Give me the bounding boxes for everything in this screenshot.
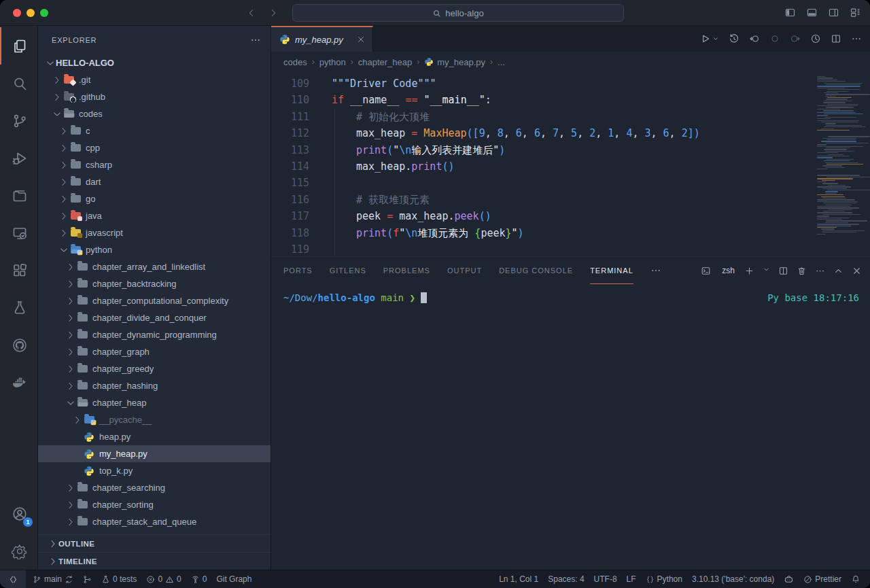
tree-folder-python[interactable]: python <box>38 241 271 258</box>
tree-folder--git[interactable]: .git <box>38 71 271 88</box>
prettier-status[interactable]: Prettier <box>803 574 841 584</box>
close-window-button[interactable] <box>13 9 21 17</box>
panel-tab-terminal[interactable]: TERMINAL <box>590 257 633 284</box>
maximize-panel-icon[interactable] <box>833 266 843 276</box>
close-panel-icon[interactable] <box>852 266 862 276</box>
breadcrumb-item[interactable]: ... <box>498 57 505 67</box>
activity-item-search[interactable] <box>0 65 37 102</box>
tree-folder--pycache-[interactable]: __pycache__ <box>38 411 271 428</box>
notifications[interactable] <box>851 574 860 584</box>
maximize-window-button[interactable] <box>40 9 48 17</box>
ports-status[interactable]: 0 <box>191 574 207 584</box>
close-tab-icon[interactable] <box>356 35 366 44</box>
kill-terminal-icon[interactable] <box>797 266 807 276</box>
breadcrumb-item[interactable]: python <box>319 57 346 67</box>
customize-layout-icon[interactable] <box>850 7 861 18</box>
terminal-output[interactable]: ~/Dow/hello-algo main ❯ Py base 18:17:16 <box>271 284 870 570</box>
tests-status[interactable]: 0 tests <box>101 574 137 584</box>
back-icon[interactable] <box>246 7 257 18</box>
tree-folder-dart[interactable]: dart <box>38 173 271 190</box>
copilot-status[interactable] <box>784 574 794 585</box>
run-python-file-button[interactable] <box>700 33 719 44</box>
indentation[interactable]: Spaces: 4 <box>548 574 584 584</box>
panel-more-icon[interactable] <box>815 266 825 276</box>
timeline-section[interactable]: TIMELINE <box>38 552 271 570</box>
forward-icon[interactable] <box>268 7 279 18</box>
explorer-more-actions-icon[interactable] <box>250 35 261 46</box>
tree-folder-chapter-computational-complexity[interactable]: chapter_computational_complexity <box>38 292 271 309</box>
file-history-icon[interactable] <box>729 33 740 44</box>
activity-item-testing[interactable] <box>0 289 37 326</box>
tab-my-heap[interactable]: my_heap.py <box>271 26 373 52</box>
cursor-position[interactable]: Ln 1, Col 1 <box>499 574 538 584</box>
encoding[interactable]: UTF-8 <box>594 574 617 584</box>
tree-folder-java[interactable]: java <box>38 207 271 224</box>
tree-folder-chapter-array-and-linkedlist[interactable]: chapter_array_and_linkedlist <box>38 258 271 275</box>
tree-folder-c[interactable]: c <box>38 122 271 139</box>
activity-item-extensions[interactable] <box>0 252 37 289</box>
activity-item-explorer[interactable] <box>0 27 37 65</box>
more-actions-icon[interactable] <box>851 33 862 44</box>
tree-file-my-heap-py[interactable]: my_heap.py <box>38 445 271 462</box>
tree-file-top-k-py[interactable]: top_k.py <box>38 462 271 479</box>
split-terminal-icon[interactable] <box>778 266 788 276</box>
breadcrumb-item[interactable]: chapter_heap <box>358 57 413 67</box>
panel-tab-ports[interactable]: PORTS <box>283 257 313 284</box>
tree-folder-chapter-sorting[interactable]: chapter_sorting <box>38 496 271 513</box>
remote-indicator[interactable] <box>0 570 26 588</box>
breadcrumb-item[interactable]: my_heap.py <box>424 57 485 67</box>
panel-tab-output[interactable]: OUTPUT <box>447 257 482 284</box>
panel-tab-debug-console[interactable]: DEBUG CONSOLE <box>499 257 573 284</box>
python-interpreter[interactable]: 3.10.13 ('base': conda) <box>692 574 774 584</box>
branch-status[interactable]: main <box>33 574 73 584</box>
tree-folder-chapter-divide-and-conquer[interactable]: chapter_divide_and_conquer <box>38 309 271 326</box>
tree-folder-chapter-graph[interactable]: chapter_graph <box>38 343 271 360</box>
tree-folder--github[interactable]: .github <box>38 88 271 105</box>
breadcrumb-item[interactable]: codes <box>283 57 307 67</box>
panel-tabs-more-icon[interactable] <box>650 265 661 276</box>
panel-tab-gitlens[interactable]: GITLENS <box>330 257 366 284</box>
panel-tab-problems[interactable]: PROBLEMS <box>383 257 430 284</box>
eol[interactable]: LF <box>627 574 636 584</box>
toggle-sidebar-icon[interactable] <box>784 7 796 18</box>
toggle-panel-icon[interactable] <box>806 7 818 18</box>
tree-folder-chapter-stack-and-queue[interactable]: chapter_stack_and_queue <box>38 513 271 530</box>
tree-folder-chapter-greedy[interactable]: chapter_greedy <box>38 360 271 377</box>
code-editor[interactable]: 109"""Driver Code"""110if __name__ == "_… <box>271 72 870 256</box>
nav-back-commit-icon[interactable] <box>749 33 760 44</box>
tree-folder-cpp[interactable]: cpp <box>38 139 271 156</box>
gitlens-blame-icon[interactable] <box>810 33 821 44</box>
tree-folder-chapter-searching[interactable]: chapter_searching <box>38 479 271 496</box>
activity-item-source-control[interactable] <box>0 102 37 139</box>
activity-item-github[interactable] <box>0 326 37 364</box>
outline-section[interactable]: OUTLINE <box>38 534 271 552</box>
language-mode[interactable]: Python <box>646 574 682 584</box>
activity-item-docker[interactable] <box>0 364 37 401</box>
tree-folder-chapter-backtracking[interactable]: chapter_backtracking <box>38 275 271 292</box>
minimap[interactable] <box>817 76 866 235</box>
toggle-secondary-sidebar-icon[interactable] <box>828 7 839 18</box>
git-graph-label[interactable]: Git Graph <box>216 574 251 584</box>
tree-file-heap-py[interactable]: heap.py <box>38 428 271 445</box>
tree-folder-chapter-hashing[interactable]: chapter_hashing <box>38 377 271 394</box>
tree-folder-chapter-dynamic-programming[interactable]: chapter_dynamic_programming <box>38 326 271 343</box>
terminal-profile-chevron-icon[interactable] <box>763 266 770 276</box>
activity-item-accounts[interactable]: 1 <box>0 495 37 532</box>
split-editor-icon[interactable] <box>831 33 841 44</box>
tree-folder-chapter-heap[interactable]: chapter_heap <box>38 394 271 411</box>
commit-circle-icon[interactable] <box>769 33 780 44</box>
activity-item-remote-explorer[interactable] <box>0 214 37 252</box>
activity-item-project-manager[interactable] <box>0 177 37 214</box>
command-center-search[interactable]: hello-algo <box>292 4 624 22</box>
git-graph-button[interactable] <box>83 575 92 584</box>
activity-item-run-and-debug[interactable] <box>0 139 37 177</box>
tree-folder-hello-algo[interactable]: HELLO-ALGO <box>38 54 271 71</box>
tree-folder-csharp[interactable]: csharp <box>38 156 271 173</box>
tree-folder-codes[interactable]: codes <box>38 105 271 122</box>
new-terminal-icon[interactable] <box>744 266 754 276</box>
tree-folder-javascript[interactable]: javascript <box>38 224 271 241</box>
activity-item-settings[interactable] <box>0 532 37 570</box>
minimize-window-button[interactable] <box>27 9 35 17</box>
tree-folder-go[interactable]: go <box>38 190 271 207</box>
nav-forward-commit-icon[interactable] <box>790 33 801 44</box>
